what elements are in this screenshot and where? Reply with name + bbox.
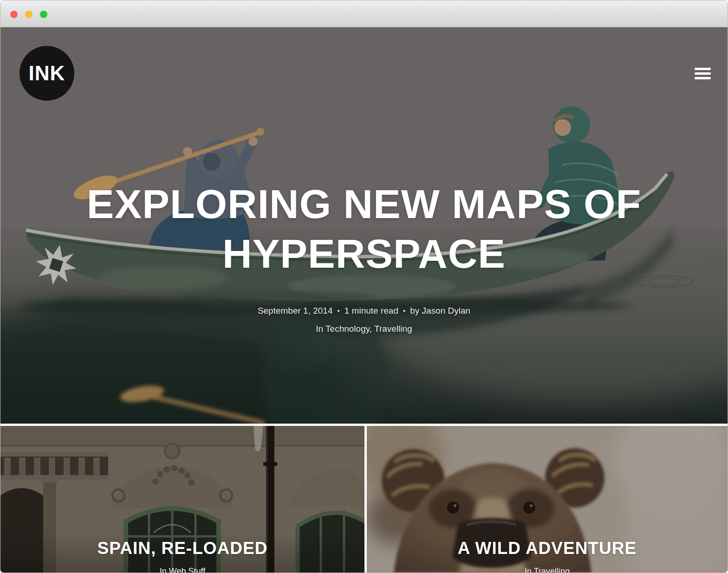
post-card-adventure[interactable]: A WILD ADVENTURE April 15, 2014•2 minute… — [367, 426, 728, 573]
hero-post-author[interactable]: by Jason Dylan — [410, 306, 470, 315]
meta-separator: • — [403, 307, 405, 315]
minimize-window-button[interactable] — [25, 11, 32, 18]
post-card-header: SPAIN, RE-LOADED August 21, 2014•1 minut… — [0, 523, 364, 573]
hero-post-categories[interactable]: In Technology, Travelling — [0, 324, 728, 334]
post-card-title[interactable]: A WILD ADVENTURE — [367, 538, 728, 559]
site-logo[interactable]: INK — [20, 46, 74, 101]
hero-post-date: September 1, 2014 — [258, 306, 333, 315]
browser-window: INK — [0, 0, 728, 573]
page-content: INK — [0, 27, 728, 573]
hero-post-header: EXPLORING NEW MAPS OF HYPERSPACE Septemb… — [0, 152, 728, 334]
hero-post[interactable]: EXPLORING NEW MAPS OF HYPERSPACE Septemb… — [0, 27, 728, 424]
post-card-title[interactable]: SPAIN, RE-LOADED — [0, 538, 364, 559]
post-grid: SPAIN, RE-LOADED August 21, 2014•1 minut… — [0, 426, 728, 573]
zoom-window-button[interactable] — [40, 11, 47, 18]
meta-separator: • — [338, 307, 340, 315]
close-window-button[interactable] — [10, 11, 18, 18]
post-card-header: A WILD ADVENTURE April 15, 2014•2 minute… — [367, 523, 728, 573]
window-titlebar — [0, 0, 728, 27]
hero-post-meta: September 1, 2014•1 minute read•by Jason… — [0, 306, 728, 316]
post-card-spain[interactable]: SPAIN, RE-LOADED August 21, 2014•1 minut… — [0, 426, 364, 573]
hero-post-readtime: 1 minute read — [344, 306, 398, 315]
hamburger-menu-icon[interactable] — [695, 68, 711, 79]
window-controls — [10, 11, 47, 18]
site-logo-text: INK — [29, 62, 65, 85]
hero-post-title[interactable]: EXPLORING NEW MAPS OF HYPERSPACE — [0, 179, 728, 278]
